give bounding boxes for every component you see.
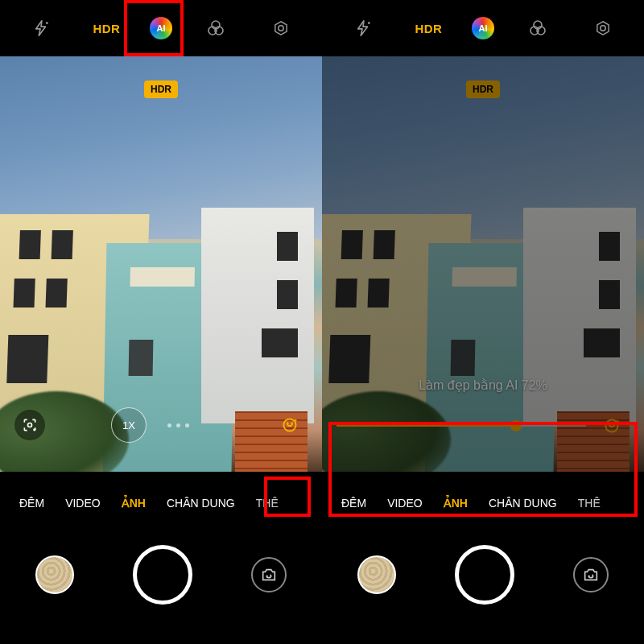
svg-point-21 bbox=[613, 423, 614, 424]
svg-point-20 bbox=[609, 423, 610, 424]
camera-top-toolbar: HDR AI bbox=[0, 0, 322, 56]
svg-point-10 bbox=[287, 423, 288, 423]
beauty-button[interactable] bbox=[596, 409, 630, 443]
flash-toggle[interactable] bbox=[19, 6, 64, 51]
beauty-slider-thumb[interactable] bbox=[510, 420, 522, 431]
beauty-slider[interactable] bbox=[336, 425, 586, 427]
svg-point-18 bbox=[601, 26, 605, 31]
phone-screenshot-left: HDR AI HDR bbox=[0, 0, 322, 644]
hdr-active-badge: HDR bbox=[466, 80, 500, 98]
svg-point-6 bbox=[279, 26, 283, 31]
camera-viewfinder[interactable]: HDR 1X bbox=[0, 56, 322, 472]
zoom-presets[interactable] bbox=[167, 423, 189, 427]
camera-viewfinder[interactable]: HDR Làm đẹp bằng AI 72% bbox=[322, 56, 644, 472]
settings-button[interactable] bbox=[580, 6, 625, 51]
google-lens-button[interactable] bbox=[14, 410, 45, 440]
beauty-slider-fill bbox=[336, 425, 516, 427]
ai-toggle-label: AI bbox=[478, 23, 487, 33]
svg-point-11 bbox=[291, 423, 292, 423]
zoom-level-button[interactable]: 1X bbox=[111, 407, 147, 443]
ai-toggle[interactable]: AI bbox=[150, 17, 172, 39]
ai-toggle-label: AI bbox=[156, 23, 165, 33]
mode-item[interactable]: ĐÊM bbox=[19, 497, 44, 510]
viewfinder-controls: 1X bbox=[0, 407, 322, 443]
ai-toggle[interactable]: AI bbox=[472, 17, 494, 39]
camera-bottom-bar bbox=[0, 523, 322, 644]
camera-bottom-bar bbox=[322, 523, 644, 644]
hdr-toggle[interactable]: HDR bbox=[406, 6, 451, 51]
gallery-thumbnail[interactable] bbox=[35, 555, 74, 594]
mode-item[interactable]: THÊ bbox=[578, 497, 601, 510]
mode-item-active[interactable]: ẢNH bbox=[444, 497, 468, 510]
camera-mode-strip[interactable]: ĐÊM VIDEO ẢNH CHÂN DUNG THÊ bbox=[322, 483, 644, 523]
gallery-thumbnail[interactable] bbox=[357, 555, 396, 594]
shutter-button[interactable] bbox=[455, 545, 514, 605]
svg-point-7 bbox=[28, 423, 32, 427]
switch-camera-button[interactable] bbox=[573, 557, 609, 592]
flash-toggle[interactable] bbox=[341, 6, 386, 51]
svg-marker-17 bbox=[597, 22, 609, 35]
mode-item[interactable]: VIDEO bbox=[387, 497, 423, 510]
svg-marker-5 bbox=[275, 22, 287, 35]
beauty-slider-label: Làm đẹp bằng AI 72% bbox=[419, 378, 547, 393]
switch-camera-button[interactable] bbox=[251, 557, 287, 592]
svg-point-9 bbox=[283, 419, 295, 431]
beauty-button[interactable] bbox=[274, 408, 308, 442]
hdr-active-badge: HDR bbox=[144, 80, 178, 98]
phone-screenshot-right: HDR AI HDR Làm đẹp bằng AI 72% bbox=[322, 0, 644, 644]
hdr-toggle[interactable]: HDR bbox=[84, 6, 129, 51]
camera-top-toolbar: HDR AI bbox=[322, 0, 644, 56]
filter-button[interactable] bbox=[193, 6, 238, 51]
mode-item-active[interactable]: ẢNH bbox=[122, 497, 146, 510]
camera-mode-strip[interactable]: ĐÊM VIDEO ẢNH CHÂN DUNG THÊ bbox=[0, 483, 322, 523]
mode-item[interactable]: THÊ bbox=[256, 497, 279, 510]
mode-item[interactable]: VIDEO bbox=[65, 497, 101, 510]
settings-button[interactable] bbox=[258, 6, 303, 51]
svg-point-19 bbox=[605, 419, 617, 431]
filter-button[interactable] bbox=[515, 6, 560, 51]
mode-item[interactable]: ĐÊM bbox=[341, 497, 366, 510]
mode-item[interactable]: CHÂN DUNG bbox=[167, 497, 235, 510]
beauty-slider-panel: Làm đẹp bằng AI 72% bbox=[336, 378, 630, 443]
mode-item[interactable]: CHÂN DUNG bbox=[489, 497, 557, 510]
shutter-button[interactable] bbox=[133, 545, 192, 605]
